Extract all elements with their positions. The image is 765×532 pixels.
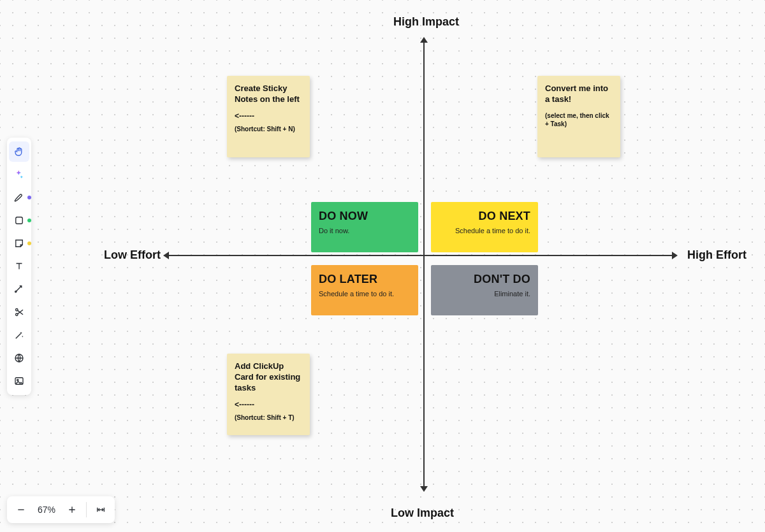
svg-rect-0 [16, 217, 23, 224]
tool-color-dot [27, 196, 31, 199]
tool-color-dot [27, 241, 31, 245]
divider [86, 502, 87, 517]
svg-point-2 [16, 309, 18, 311]
quadrant-subtitle: Eliminate it. [439, 290, 530, 298]
minus-icon [16, 505, 26, 515]
pen-icon [13, 192, 25, 203]
quadrant-title: DO NOW [319, 210, 411, 223]
tool-web[interactable] [9, 348, 29, 368]
ai-sparkle-icon [13, 169, 25, 180]
sticky-note-add-card[interactable]: Add ClickUp Card for existing tasks <---… [227, 354, 310, 435]
axis-arrow-up-icon [420, 37, 428, 43]
tool-pen[interactable] [9, 187, 29, 208]
tool-text[interactable] [9, 256, 29, 277]
toolbar [7, 138, 31, 395]
quadrant-do-next[interactable]: DO NEXT Schedule a time to do it. [431, 202, 538, 252]
axis-vertical [423, 41, 425, 487]
axis-label-top: High Impact [393, 15, 459, 29]
zoom-control: 67% [7, 496, 115, 523]
tool-hand[interactable] [9, 141, 29, 162]
axis-arrow-right-icon [672, 252, 678, 259]
tool-color-dot [27, 219, 31, 222]
tool-shape[interactable] [9, 210, 29, 231]
axis-horizontal [168, 255, 673, 256]
sticky-hint: (select me, then click + Task) [545, 111, 613, 128]
quadrant-title: DO NEXT [439, 210, 530, 223]
sticky-hint: (Shortcut: Shift + T) [235, 414, 302, 421]
zoom-level[interactable]: 67% [34, 505, 59, 515]
svg-point-6 [17, 379, 18, 380]
quadrant-do-now[interactable]: DO NOW Do it now. [311, 202, 418, 252]
svg-point-3 [16, 313, 18, 315]
scissors-icon [13, 306, 25, 318]
sticky-note-create-notes[interactable]: Create Sticky Notes on the left <------ … [227, 76, 310, 157]
hand-icon [13, 146, 25, 157]
quadrant-subtitle: Schedule a time to do it. [319, 290, 411, 298]
sticky-note-icon [13, 238, 25, 249]
tool-sticky-note[interactable] [9, 233, 29, 254]
zoom-out-button[interactable] [11, 500, 31, 520]
zoom-in-button[interactable] [62, 500, 82, 520]
sticky-note-convert-task[interactable]: Convert me into a task! (select me, then… [537, 76, 620, 157]
sticky-arrow: <------ [235, 111, 302, 120]
quadrant-title: DON'T DO [439, 273, 530, 286]
connector-icon [13, 284, 25, 295]
sticky-arrow: <------ [235, 400, 302, 409]
axis-label-left: Low Effort [104, 248, 161, 262]
sticky-title: Add ClickUp Card for existing tasks [235, 361, 302, 394]
quadrant-dont-do[interactable]: DON'T DO Eliminate it. [431, 265, 538, 315]
sticky-hint: (Shortcut: Shift + N) [235, 126, 302, 133]
plus-icon [67, 505, 77, 515]
quadrant-do-later[interactable]: DO LATER Schedule a time to do it. [311, 265, 418, 315]
axis-arrow-left-icon [163, 252, 169, 259]
image-icon [13, 375, 25, 387]
tool-embed[interactable] [9, 302, 29, 322]
axis-label-bottom: Low Impact [391, 507, 454, 520]
sticky-title: Convert me into a task! [545, 83, 613, 105]
globe-icon [13, 352, 25, 364]
quadrant-subtitle: Do it now. [319, 227, 411, 234]
fit-width-icon [96, 505, 106, 515]
tool-connector[interactable] [9, 279, 29, 299]
square-icon [13, 215, 25, 226]
zoom-fit-button[interactable] [91, 500, 111, 520]
axis-arrow-down-icon [420, 486, 428, 492]
quadrant-title: DO LATER [319, 273, 411, 286]
axis-label-right: High Effort [687, 248, 747, 262]
magic-wand-icon [13, 329, 25, 341]
tool-ai[interactable] [9, 164, 29, 185]
sticky-title: Create Sticky Notes on the left [235, 83, 302, 105]
tool-image[interactable] [9, 371, 29, 391]
text-icon [13, 261, 25, 272]
tool-magic[interactable] [9, 325, 29, 345]
quadrant-subtitle: Schedule a time to do it. [439, 227, 530, 234]
